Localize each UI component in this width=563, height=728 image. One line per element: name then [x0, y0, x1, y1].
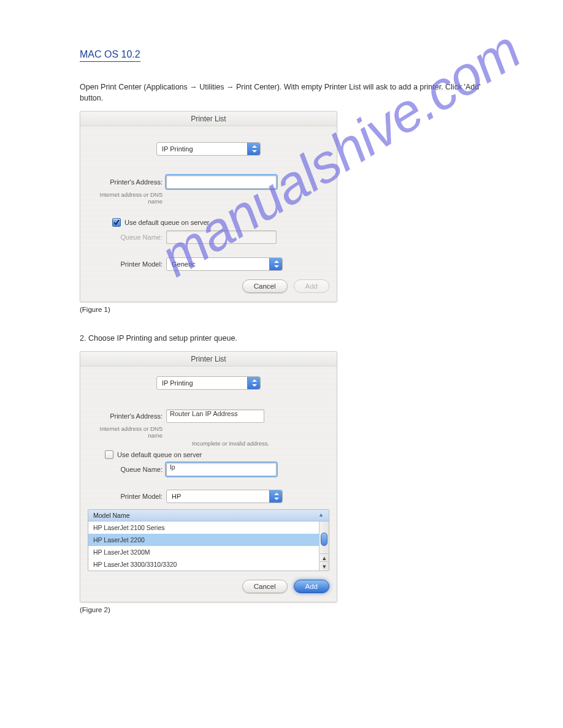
sort-indicator-icon: ▲	[318, 512, 324, 519]
updown-icon	[252, 379, 257, 387]
printer-model-value: Generic	[172, 260, 196, 268]
printer-model-select[interactable]: Generic	[166, 257, 283, 271]
printer-list-dialog-1: Printer List IP Printing Printer's Addre…	[80, 111, 337, 302]
model-row[interactable]: HP LaserJet 3300/3310/3320	[88, 558, 329, 571]
printer-model-label: Printer Model:	[88, 493, 166, 500]
updown-icon	[252, 145, 257, 153]
printer-list-dialog-2: Printer List IP Printing Printer's Addre…	[80, 351, 337, 602]
queue-name-label: Queue Name:	[112, 233, 166, 241]
model-list[interactable]: Model Name ▲ HP LaserJet 2100 Series HP …	[88, 509, 329, 571]
protocol-select-value: IP Printing	[162, 379, 193, 387]
model-row[interactable]: HP LaserJet 2200	[88, 534, 329, 546]
address-label: Printer's Address:	[88, 412, 166, 420]
printer-model-label: Printer Model:	[88, 260, 166, 268]
cancel-button[interactable]: Cancel	[242, 279, 288, 293]
protocol-select-value: IP Printing	[162, 145, 193, 153]
default-queue-label: Use default queue on server	[124, 219, 209, 226]
default-queue-checkbox[interactable]	[112, 218, 121, 227]
dialog-title: Printer List	[80, 352, 337, 366]
check-icon	[113, 219, 120, 226]
dialog-title: Printer List	[80, 112, 337, 126]
cancel-button[interactable]: Cancel	[242, 580, 288, 593]
printer-model-select[interactable]: HP	[166, 490, 283, 503]
step-2-text: 2. Choose IP Printing and setup printer …	[80, 333, 483, 344]
protocol-select[interactable]: IP Printing	[156, 376, 261, 390]
model-list-header: Model Name ▲	[88, 510, 329, 521]
figure-1-label: (Figure 1)	[80, 306, 483, 313]
queue-name-label: Queue Name:	[105, 466, 166, 473]
add-button[interactable]: Add	[294, 580, 329, 593]
intro-text: Open Print Center (Applications → Utilit…	[80, 82, 483, 104]
model-row[interactable]: HP LaserJet 2100 Series	[88, 521, 329, 534]
address-hint: Internet address or DNS name	[88, 191, 166, 205]
address-label: Printer's Address:	[88, 178, 166, 186]
updown-icon	[274, 493, 279, 500]
scroll-down-icon[interactable]: ▾	[320, 562, 329, 571]
protocol-select[interactable]: IP Printing	[156, 142, 261, 156]
figure-2-label: (Figure 2)	[80, 606, 483, 613]
model-row[interactable]: HP LaserJet 3200M	[88, 546, 329, 558]
updown-icon	[274, 260, 279, 268]
queue-name-input[interactable]: lp	[166, 463, 277, 476]
page-heading: MAC OS 10.2	[80, 49, 140, 62]
scrollbar[interactable]: ▴ ▾	[319, 521, 329, 571]
scroll-thumb[interactable]	[321, 533, 327, 546]
invalid-address-hint: Incomplete or invalid address.	[192, 440, 269, 447]
scroll-up-icon[interactable]: ▴	[320, 553, 329, 562]
queue-name-input	[166, 230, 277, 244]
default-queue-checkbox[interactable]	[105, 450, 113, 459]
default-queue-label: Use default queue on server	[117, 451, 202, 458]
add-button: Add	[294, 279, 329, 293]
address-input[interactable]: Router Lan IP Address	[166, 409, 264, 423]
printer-model-value: HP	[172, 493, 181, 500]
address-hint: Internet address or DNS name	[88, 425, 166, 439]
address-input[interactable]	[166, 175, 277, 189]
